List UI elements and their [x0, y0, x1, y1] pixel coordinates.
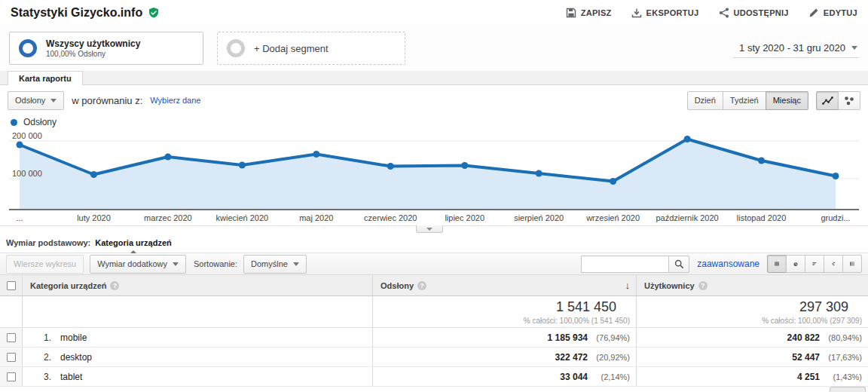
segment-all-users[interactable]: Wszyscy użytkownicy 100,00% Odsłony	[9, 32, 203, 65]
table-row: 1.mobile 1 185 934(76,94%) 240 822(80,94…	[0, 328, 868, 348]
tab-karta-raportu[interactable]: Karta raportu	[8, 71, 83, 85]
export-icon	[631, 8, 642, 18]
x-axis-tick: czerwiec 2020	[364, 213, 417, 222]
row-checkbox[interactable]	[7, 333, 16, 342]
legend-dot-icon	[11, 119, 17, 126]
row-index: 1.	[38, 332, 51, 343]
chevron-down-icon	[50, 99, 57, 103]
column-header-uzytkownicy[interactable]: Użytkownicy	[644, 281, 695, 290]
total-uzytkownicy-sub: % całości: 100,00% (297 309)	[762, 317, 862, 325]
edit-icon	[808, 8, 819, 18]
search-input[interactable]	[581, 256, 668, 273]
x-axis-labels: ...luty 2020marzec 2020kwiecień 2020maj …	[9, 212, 859, 225]
view-switcher	[767, 255, 862, 273]
column-header-odslony[interactable]: Odsłony	[381, 281, 414, 290]
motion-chart-view-button[interactable]	[838, 91, 860, 110]
secondary-dimension-dropdown[interactable]: Wymiar dodatkowy	[90, 255, 186, 274]
search-button[interactable]	[668, 256, 689, 273]
data-table: Kategoria urządzeń ? Odsłony ? ↓ Użytkow…	[0, 275, 868, 387]
add-segment-button[interactable]: + Dodaj segment	[217, 32, 405, 65]
help-icon[interactable]: ?	[698, 281, 708, 290]
row-checkbox[interactable]	[7, 372, 16, 381]
granularity-week-button[interactable]: Tydzień	[723, 91, 766, 110]
chart-type-group	[816, 91, 860, 110]
x-axis-tick: maj 2020	[299, 213, 333, 222]
motion-chart-icon	[844, 96, 854, 106]
row-name: mobile	[60, 332, 87, 343]
save-icon	[566, 8, 576, 18]
date-range-selector[interactable]: 1 sty 2020 - 31 gru 2020	[733, 39, 859, 58]
table-row: 2.desktop 322 472(20,92%) 52 447(17,63%)	[0, 348, 868, 367]
view-percentage-button[interactable]	[786, 255, 805, 273]
timeseries-chart[interactable]: 200 000 100 000 ...luty 2020marzec 2020k…	[0, 129, 868, 225]
x-axis-tick: ...	[16, 213, 23, 222]
table-toolbar: Wiersze wykresu Wymiar dodatkowy Sortowa…	[0, 253, 868, 275]
column-header-category[interactable]: Kategoria urządzeń	[30, 281, 106, 290]
date-range-text: 1 sty 2020 - 31 gru 2020	[739, 42, 845, 54]
chevron-down-icon	[293, 262, 299, 266]
x-axis-tick: wrzesień 2020	[586, 213, 640, 222]
select-all-checkbox[interactable]	[7, 281, 16, 290]
pie-view-icon	[793, 259, 798, 269]
dimension-device-category[interactable]: Kategoria urządzeń	[95, 238, 171, 247]
verified-badge-icon	[148, 7, 160, 19]
edit-button[interactable]: EDYTUJ	[808, 8, 857, 18]
sort-desc-icon[interactable]: ↓	[625, 280, 631, 291]
table-row: 3.tablet 33 044(2,14%) 4 251(1,43%)	[0, 367, 868, 387]
chart-collapse-button[interactable]	[416, 225, 443, 233]
segment-bar: Wszyscy użytkownicy 100,00% Odsłony + Do…	[0, 26, 868, 71]
export-button[interactable]: EKSPORTUJ	[631, 8, 699, 18]
select-data-link[interactable]: Wybierz dane	[150, 96, 200, 105]
granularity-month-button[interactable]: Miesiąc	[766, 91, 808, 110]
page-title: Statystyki Gizycko.info	[11, 6, 142, 20]
x-axis-tick: sierpień 2020	[514, 213, 564, 222]
scrollbar-stub[interactable]	[830, 387, 866, 392]
help-icon[interactable]: ?	[417, 281, 426, 290]
row-name: desktop	[60, 352, 92, 363]
row-name: tablet	[60, 372, 82, 382]
segment-subtitle: 100,00% Odsłony	[46, 50, 140, 58]
view-table-button[interactable]	[767, 255, 787, 273]
sort-label: Sortowanie:	[194, 259, 237, 268]
tab-bar: Karta raportu	[0, 71, 868, 85]
top-header: Statystyki Gizycko.info ZAPISZ EKSPORTUJ…	[0, 0, 868, 26]
granularity-day-button[interactable]: Dzień	[687, 91, 723, 110]
chart-divider	[0, 225, 868, 233]
help-icon[interactable]: ?	[110, 281, 119, 290]
chevron-down-icon	[851, 46, 857, 50]
y-axis-tick: 100 000	[12, 169, 42, 178]
chevron-down-icon	[426, 228, 432, 231]
active-dimension-marker	[130, 250, 136, 253]
table-header-row: Kategoria urządzeń ? Odsłony ? ↓ Użytkow…	[0, 275, 868, 296]
row-checkbox[interactable]	[7, 353, 16, 362]
x-axis-tick: grudzi...	[821, 213, 850, 222]
performance-view-icon	[812, 259, 817, 268]
segment-title: Wszyscy użytkownicy	[46, 38, 140, 49]
view-performance-button[interactable]	[805, 255, 824, 273]
total-odslony-sub: % całości: 100,00% (1 541 450)	[524, 317, 630, 325]
comparison-view-icon	[831, 259, 836, 268]
granularity-group: Dzień Tydzień Miesiąc	[687, 91, 808, 110]
row-index: 3.	[38, 372, 51, 382]
save-button[interactable]: ZAPISZ	[566, 8, 612, 18]
line-chart-icon	[822, 96, 833, 106]
segment-ring-empty-icon	[227, 39, 245, 57]
view-comparison-button[interactable]	[824, 255, 843, 273]
chevron-down-icon	[173, 262, 179, 266]
total-odslony: 1 541 450	[556, 299, 630, 315]
legend-label: Odsłony	[23, 117, 57, 127]
view-pivot-button[interactable]	[842, 255, 862, 273]
metric-dropdown[interactable]: Odsłony	[8, 91, 64, 110]
chart-rows-button: Wiersze wykresu	[6, 255, 84, 274]
share-button[interactable]: UDOSTĘPNIJ	[719, 8, 789, 18]
chart-canvas	[9, 129, 859, 212]
row-index: 2.	[38, 352, 51, 363]
x-axis-tick: luty 2020	[77, 213, 111, 222]
line-chart-view-button[interactable]	[816, 91, 839, 110]
x-axis-tick: kwiecień 2020	[216, 213, 269, 222]
total-uzytkownicy: 297 309	[799, 299, 862, 315]
sort-dropdown[interactable]: Domyślne	[243, 255, 307, 274]
advanced-link[interactable]: zaawansowane	[697, 259, 760, 269]
segment-ring-icon	[19, 39, 37, 57]
x-axis-tick: lipiec 2020	[445, 213, 484, 222]
